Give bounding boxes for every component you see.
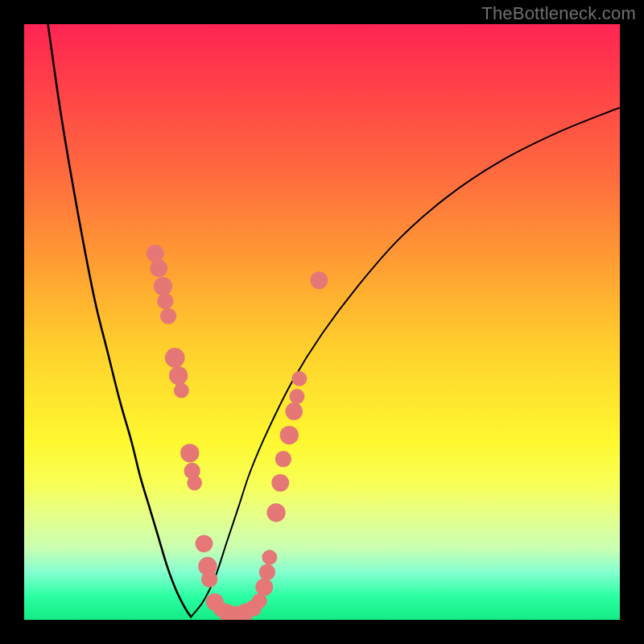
data-marker (201, 572, 217, 588)
data-marker (259, 564, 275, 580)
data-marker (310, 271, 328, 289)
curve-right-curve (191, 108, 620, 617)
data-marker (187, 475, 202, 490)
data-marker (291, 371, 307, 386)
data-marker (285, 402, 303, 420)
data-marker (174, 383, 189, 398)
data-marker (169, 366, 188, 385)
data-marker (266, 503, 285, 522)
data-marker (147, 245, 164, 262)
data-marker (255, 578, 273, 596)
data-marker (196, 535, 213, 552)
data-marker (150, 260, 167, 278)
data-marker (160, 308, 176, 324)
data-marker (280, 426, 299, 444)
data-marker (165, 348, 185, 368)
data-marker (154, 277, 172, 295)
data-marker (275, 451, 291, 467)
watermark-text: TheBottleneck.com (481, 3, 636, 24)
data-marker (271, 474, 289, 492)
chart-svg (24, 24, 620, 620)
chart-frame: TheBottleneck.com (0, 0, 644, 644)
curve-group (48, 24, 620, 617)
data-marker (290, 389, 305, 404)
plot-area (24, 24, 620, 620)
marker-group (147, 245, 328, 620)
data-marker (157, 293, 173, 309)
data-marker (262, 550, 277, 565)
data-marker (180, 444, 199, 462)
